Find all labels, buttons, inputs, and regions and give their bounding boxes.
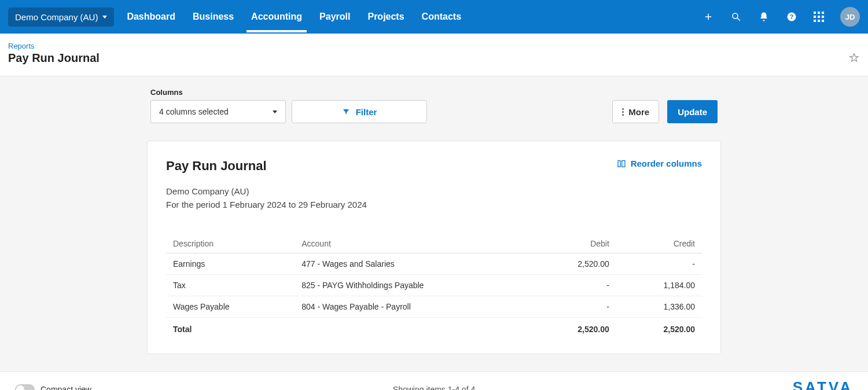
help-icon[interactable]: ? <box>786 11 797 23</box>
page-title: Pay Run Journal <box>8 51 100 65</box>
page-head: Reports Pay Run Journal <box>0 34 868 76</box>
svg-rect-4 <box>618 160 620 167</box>
avatar[interactable]: JD <box>840 7 860 27</box>
caret-down-icon <box>273 111 277 113</box>
columns-value: 4 columns selected <box>159 107 229 116</box>
update-button[interactable]: Update <box>667 100 718 123</box>
top-nav: Demo Company (AU) Dashboard Business Acc… <box>0 0 868 34</box>
footer: Compact view Showing items 1-4 of 4 SATV… <box>0 372 868 390</box>
search-icon[interactable] <box>730 11 742 23</box>
brand-main: SATVA <box>790 380 853 390</box>
more-icon <box>622 108 624 116</box>
more-label: More <box>628 107 649 117</box>
nav-accounting[interactable]: Accounting <box>251 1 302 32</box>
compact-label: Compact view <box>41 385 91 390</box>
favorite-icon[interactable] <box>848 52 860 65</box>
compact-toggle[interactable] <box>15 384 35 390</box>
nav-right: ? JD <box>703 7 860 27</box>
breadcrumb[interactable]: Reports <box>8 42 100 50</box>
apps-icon[interactable] <box>814 12 824 22</box>
nav-dashboard[interactable]: Dashboard <box>127 1 175 32</box>
reorder-columns-link[interactable]: Reorder columns <box>617 159 702 168</box>
col-account: Account <box>295 234 530 253</box>
table-row[interactable]: Earnings 477 - Wages and Salaries 2,520.… <box>166 253 702 275</box>
col-credit: Credit <box>616 234 702 253</box>
nav-projects[interactable]: Projects <box>367 1 404 32</box>
more-button[interactable]: More <box>612 100 659 123</box>
columns-label: Columns <box>150 88 286 97</box>
report-card: Pay Run Journal Reorder columns Demo Com… <box>147 141 721 354</box>
showing-text: Showing items 1-4 of 4 <box>393 385 475 390</box>
org-name: Demo Company (AU) <box>15 12 98 22</box>
col-description: Description <box>166 234 295 253</box>
svg-line-1 <box>737 18 740 21</box>
col-debit: Debit <box>531 234 616 253</box>
table-row[interactable]: Tax 825 - PAYG Withholdings Payable - 1,… <box>166 275 702 296</box>
nav-business[interactable]: Business <box>193 1 234 32</box>
nav-links: Dashboard Business Accounting Payroll Pr… <box>127 1 461 32</box>
brand-logo: SATVA SOLUTIONS <box>790 380 853 390</box>
columns-select[interactable]: 4 columns selected <box>150 100 286 123</box>
columns-icon <box>617 159 626 168</box>
org-switcher[interactable]: Demo Company (AU) <box>8 8 114 27</box>
filter-icon <box>342 108 350 116</box>
filter-button[interactable]: Filter <box>292 100 427 123</box>
svg-point-0 <box>733 13 738 19</box>
report-table: Description Account Debit Credit Earning… <box>166 234 702 340</box>
svg-text:?: ? <box>790 13 793 20</box>
svg-rect-5 <box>621 160 624 167</box>
report-title: Pay Run Journal <box>166 159 267 174</box>
bell-icon[interactable] <box>758 11 770 23</box>
table-total-row: Total 2,520.00 2,520.00 <box>166 318 702 340</box>
filter-label: Filter <box>356 107 377 117</box>
caret-down-icon <box>102 16 107 19</box>
reorder-label: Reorder columns <box>631 159 702 168</box>
table-row[interactable]: Wages Payable 804 - Wages Payable - Payr… <box>166 296 702 318</box>
report-area: Columns 4 columns selected Filter More U… <box>0 76 868 372</box>
nav-contacts[interactable]: Contacts <box>422 1 461 32</box>
report-period: For the period 1 February 2024 to 29 Feb… <box>166 198 702 212</box>
nav-payroll[interactable]: Payroll <box>319 1 350 32</box>
report-company: Demo Company (AU) <box>166 185 702 198</box>
controls-row: Columns 4 columns selected Filter More U… <box>150 88 718 123</box>
plus-icon[interactable] <box>703 11 714 23</box>
